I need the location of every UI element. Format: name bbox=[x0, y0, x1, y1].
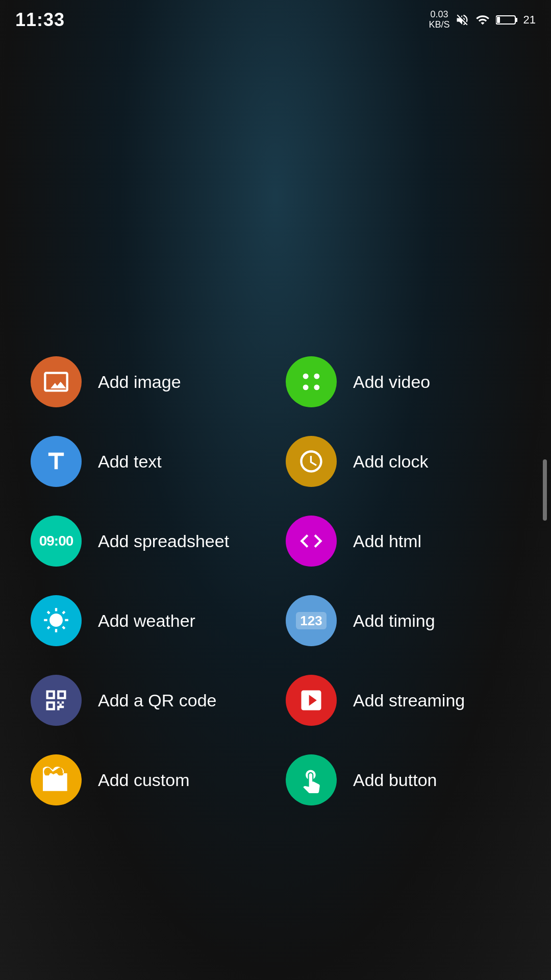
add-weather-icon bbox=[31, 595, 82, 646]
add-custom-icon bbox=[31, 754, 82, 805]
add-weather-label: Add weather bbox=[98, 611, 195, 631]
menu-item-add-weather[interactable]: Add weather bbox=[20, 581, 276, 660]
svg-point-5 bbox=[303, 384, 309, 390]
add-qr-icon bbox=[31, 675, 82, 726]
add-spreadsheet-label: Add spreadsheet bbox=[98, 531, 229, 551]
menu-item-add-custom[interactable]: Add custom bbox=[20, 740, 276, 820]
add-video-label: Add video bbox=[353, 372, 430, 392]
scrollbar[interactable] bbox=[543, 459, 547, 521]
status-bar: 11:33 0.03KB/S 21 bbox=[0, 0, 551, 36]
svg-rect-1 bbox=[515, 18, 517, 22]
add-timing-icon: 123 bbox=[286, 595, 337, 646]
add-spreadsheet-icon: 09:00 bbox=[31, 516, 82, 567]
status-icons: 0.03KB/S 21 bbox=[429, 10, 536, 30]
add-custom-label: Add custom bbox=[98, 770, 190, 790]
add-image-icon bbox=[31, 356, 82, 407]
battery-icon bbox=[496, 13, 518, 27]
battery-level: 21 bbox=[523, 13, 536, 27]
svg-point-6 bbox=[314, 384, 319, 390]
add-html-label: Add html bbox=[353, 531, 421, 551]
add-timing-label: Add timing bbox=[353, 611, 435, 631]
add-image-label: Add image bbox=[98, 372, 181, 392]
menu-item-add-streaming[interactable]: Add streaming bbox=[276, 660, 531, 740]
menu-item-add-clock[interactable]: Add clock bbox=[276, 422, 531, 501]
menu-item-add-image[interactable]: Add image bbox=[20, 342, 276, 422]
menu-item-add-button[interactable]: Add button bbox=[276, 740, 531, 820]
menu-grid: Add image Add video Add text Add clock 0… bbox=[20, 342, 531, 820]
menu-item-add-qr[interactable]: Add a QR code bbox=[20, 660, 276, 740]
menu-item-add-html[interactable]: Add html bbox=[276, 501, 531, 581]
add-text-label: Add text bbox=[98, 452, 162, 472]
add-clock-icon bbox=[286, 436, 337, 487]
svg-point-4 bbox=[314, 374, 319, 379]
add-qr-label: Add a QR code bbox=[98, 691, 216, 710]
add-streaming-label: Add streaming bbox=[353, 691, 465, 710]
svg-rect-2 bbox=[497, 17, 500, 23]
menu-item-add-video[interactable]: Add video bbox=[276, 342, 531, 422]
menu-item-add-spreadsheet[interactable]: 09:00 Add spreadsheet bbox=[20, 501, 276, 581]
add-button-icon bbox=[286, 754, 337, 805]
menu-item-add-timing[interactable]: 123 Add timing bbox=[276, 581, 531, 660]
svg-point-3 bbox=[303, 374, 309, 379]
add-video-icon bbox=[286, 356, 337, 407]
add-text-icon bbox=[31, 436, 82, 487]
menu-item-add-text[interactable]: Add text bbox=[20, 422, 276, 501]
add-html-icon bbox=[286, 516, 337, 567]
menu-content: Add image Add video Add text Add clock 0… bbox=[0, 36, 551, 820]
wifi-icon bbox=[474, 13, 491, 27]
add-streaming-icon bbox=[286, 675, 337, 726]
status-time: 11:33 bbox=[15, 9, 65, 31]
data-rate-icon: 0.03KB/S bbox=[429, 10, 449, 30]
add-button-label: Add button bbox=[353, 770, 437, 790]
add-clock-label: Add clock bbox=[353, 452, 428, 472]
mute-icon bbox=[455, 13, 469, 27]
